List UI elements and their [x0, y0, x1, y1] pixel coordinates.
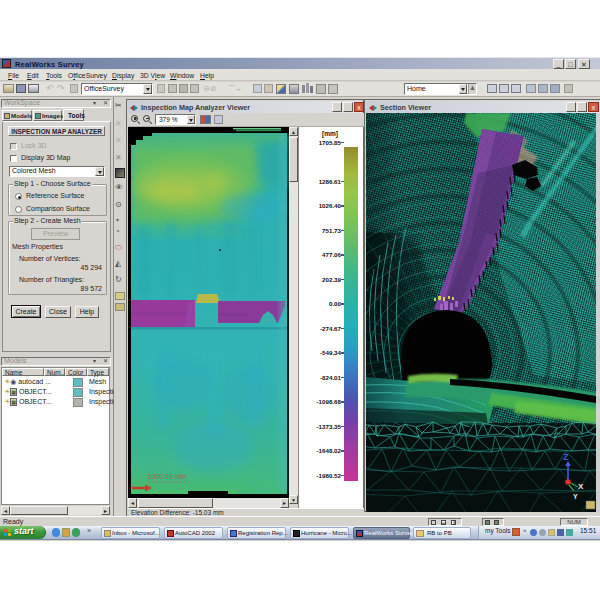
svg-text:X: X: [578, 482, 584, 491]
svg-text:Z: Z: [563, 452, 569, 462]
svg-text:Y: Y: [573, 493, 578, 500]
svg-text:1000.00 mm: 1000.00 mm: [147, 473, 186, 480]
